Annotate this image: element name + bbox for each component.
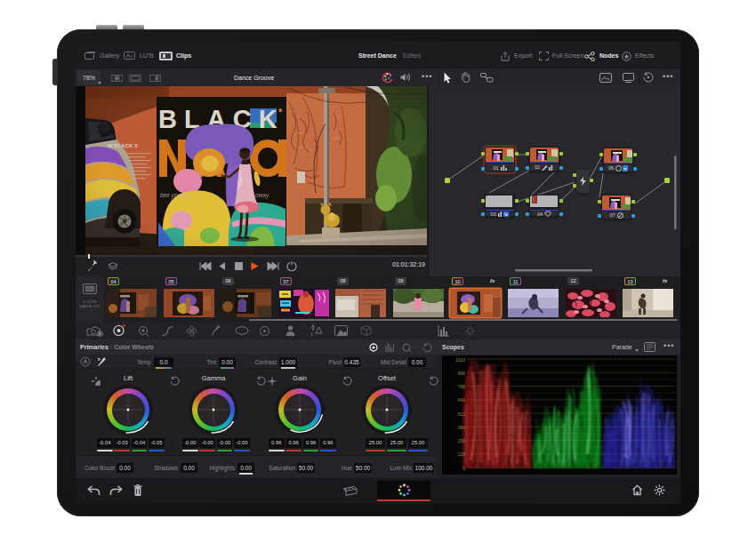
svg-text:256: 256 [458, 438, 466, 443]
svg-text:512: 512 [458, 411, 466, 417]
svg-text:0: 0 [462, 466, 465, 471]
svg-text:640: 640 [458, 397, 466, 403]
svg-text:768: 768 [458, 384, 466, 389]
svg-text:384: 384 [458, 425, 466, 430]
svg-text:1023: 1023 [455, 357, 465, 363]
svg-text:896: 896 [458, 371, 466, 376]
svg-text:128: 128 [458, 451, 466, 457]
